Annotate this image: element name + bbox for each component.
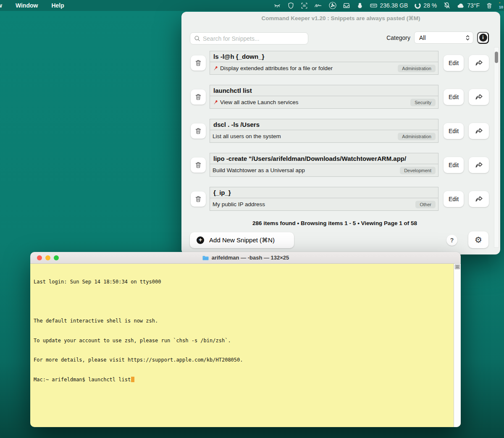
- share-arrow-icon: [474, 58, 483, 68]
- edit-button[interactable]: Edit: [444, 89, 464, 105]
- signature-icon[interactable]: [314, 2, 323, 9]
- add-snippet-label: Add New Snippet (⌘N): [209, 236, 275, 244]
- chevron-up-down-icon: [465, 34, 470, 41]
- plus-icon: +: [197, 236, 204, 244]
- tray-icon[interactable]: [343, 2, 350, 9]
- delete-snippet-button[interactable]: [191, 191, 206, 207]
- snippet-box[interactable]: dscl . -ls /Users List all users on the …: [210, 119, 438, 143]
- terminal-text-area[interactable]: Last login: Sun Sep 14 18:50:34 on ttys0…: [30, 264, 454, 427]
- trash-icon: [194, 59, 202, 67]
- command-keeper-window: Command Keeper v1.20 : Snippets are alwa…: [181, 12, 500, 254]
- terminal-scrollbar-track[interactable]: [454, 264, 461, 427]
- split-pane-button[interactable]: [455, 265, 460, 269]
- trash-icon: [194, 161, 202, 169]
- edit-button[interactable]: Edit: [444, 55, 464, 71]
- minimize-button[interactable]: [45, 255, 50, 260]
- snippet-command: launchctl list: [210, 85, 438, 96]
- snippet-description-row: My public IP address Other: [210, 198, 438, 210]
- share-button[interactable]: [469, 123, 489, 139]
- weather-item[interactable]: 73°F: [457, 2, 480, 9]
- terminal-line: For more details, please visit https://s…: [34, 357, 454, 364]
- share-arrow-icon: [474, 194, 483, 204]
- snippet-description: My public IP address: [213, 201, 265, 207]
- folder-icon: [202, 255, 209, 261]
- share-button[interactable]: [469, 89, 489, 105]
- share-button[interactable]: [469, 55, 489, 71]
- delete-snippet-button[interactable]: [191, 55, 206, 71]
- category-badge: Other: [415, 201, 436, 208]
- text-scan-icon[interactable]: [301, 2, 308, 9]
- snippet-row: {_ip_} My public IP address Other Edit: [191, 187, 489, 211]
- snippet-command: ls -l@h {_down_}: [210, 51, 438, 62]
- status-icons: 236.38 GB 28 % 73°F °10: [273, 2, 504, 9]
- terminal-title-text: arifeldman — -bash — 132×25: [212, 254, 289, 261]
- shield-icon[interactable]: [287, 2, 294, 9]
- fan-icon[interactable]: [329, 2, 336, 9]
- zoom-button[interactable]: [54, 255, 59, 260]
- snippet-row: dscl . -ls /Users List all users on the …: [191, 119, 489, 143]
- cloud-icon: [457, 2, 465, 9]
- edit-button[interactable]: Edit: [444, 157, 464, 173]
- eye-closed-icon[interactable]: [273, 2, 281, 9]
- snippet-description-row: Display extended attributes for a file o…: [210, 62, 438, 74]
- percent-label: 28 %: [423, 2, 437, 9]
- terminal-titlebar[interactable]: arifeldman — -bash — 132×25: [30, 252, 461, 264]
- menu-item-partial[interactable]: w: [0, 2, 2, 9]
- snippet-row: ls -l@h {_down_} Display extended attrib…: [191, 51, 489, 75]
- disk-usage[interactable]: 236.38 GB: [370, 2, 408, 9]
- snippet-box[interactable]: {_ip_} My public IP address Other: [210, 187, 438, 211]
- terminal-body: Last login: Sun Sep 14 18:50:34 on ttys0…: [30, 264, 461, 427]
- progress-ring-icon: [414, 2, 421, 9]
- trash-icon: [194, 195, 202, 203]
- menu-item-window[interactable]: Window: [16, 2, 38, 9]
- close-button[interactable]: [37, 255, 42, 260]
- snippet-box[interactable]: lipo -create "/Users/arifeldman/Download…: [210, 153, 438, 177]
- edge-partial-indicator[interactable]: °10: [499, 2, 504, 9]
- gear-icon: ⚙: [475, 235, 482, 244]
- terminal-cursor: [131, 377, 134, 382]
- edit-button[interactable]: Edit: [444, 191, 464, 207]
- snippet-description: Build Watchtower as a Universal app: [213, 167, 305, 173]
- add-snippet-button[interactable]: + Add New Snippet (⌘N): [190, 232, 294, 248]
- terminal-line: [34, 299, 454, 305]
- snippet-description-row: List all users on the system Administrat…: [210, 130, 438, 142]
- category-badge: Development: [400, 167, 436, 174]
- settings-button[interactable]: ⚙: [468, 231, 488, 248]
- trash-menu-icon[interactable]: [486, 2, 493, 9]
- delete-snippet-button[interactable]: [191, 89, 206, 105]
- notifications-muted-icon[interactable]: [443, 2, 451, 9]
- delete-snippet-button[interactable]: [191, 157, 206, 173]
- share-button[interactable]: [469, 191, 489, 207]
- snippet-description: List all users on the system: [213, 133, 281, 139]
- snippet-row: lipo -create "/Users/arifeldman/Download…: [191, 153, 489, 177]
- share-button[interactable]: [469, 157, 489, 173]
- search-input[interactable]: [203, 35, 304, 42]
- terminal-line: The default interactive shell is now zsh…: [34, 318, 454, 325]
- snippet-command: dscl . -ls /Users: [210, 119, 438, 130]
- trash-icon: [194, 127, 202, 135]
- snippet-description-row: Build Watchtower as a Universal app Deve…: [210, 164, 438, 176]
- snippet-box[interactable]: launchctl list View all active Launch se…: [210, 85, 438, 109]
- menu-bar: w Window Help 236.38 GB 28: [0, 0, 504, 11]
- snippet-box[interactable]: ls -l@h {_down_} Display extended attrib…: [210, 51, 438, 75]
- help-button[interactable]: ?: [446, 235, 457, 246]
- category-badge: Administration: [398, 133, 436, 140]
- window-scrollbar-thumb[interactable]: [495, 52, 498, 63]
- delete-snippet-button[interactable]: [191, 123, 206, 139]
- snippet-row: launchctl list View all active Launch se…: [191, 85, 489, 109]
- menu-item-help[interactable]: Help: [51, 2, 64, 9]
- duck-icon[interactable]: [357, 2, 363, 9]
- search-field[interactable]: [190, 32, 308, 45]
- snippet-description-row: View all active Launch services Security: [210, 96, 438, 108]
- terminal-line: To update your account to use zsh, pleas…: [34, 338, 454, 344]
- percent-indicator[interactable]: 28 %: [414, 2, 437, 9]
- category-badge: Administration: [398, 65, 436, 72]
- info-button[interactable]: i: [477, 32, 489, 44]
- edit-button[interactable]: Edit: [444, 123, 464, 139]
- terminal-prompt: Mac:~ arifeldman$ launchctl list: [34, 377, 131, 383]
- share-arrow-icon: [474, 160, 483, 170]
- category-select[interactable]: All: [414, 31, 473, 44]
- window-scrollbar-track[interactable]: [494, 47, 499, 248]
- category-group: Category All i: [386, 31, 489, 44]
- terminal-title: arifeldman — -bash — 132×25: [202, 254, 289, 261]
